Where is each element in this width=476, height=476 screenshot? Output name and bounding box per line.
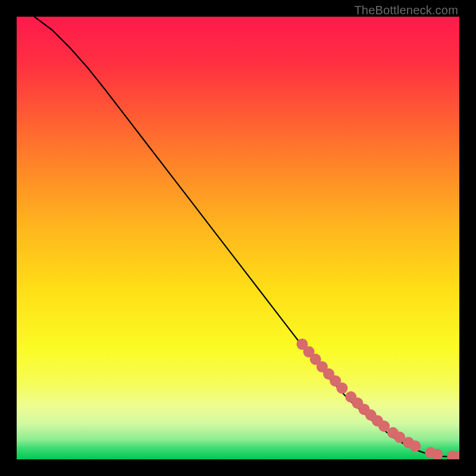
watermark-text: TheBottleneck.com — [354, 4, 458, 17]
data-point — [336, 383, 347, 394]
data-point — [409, 440, 421, 452]
chart-frame — [17, 17, 459, 459]
chart-background — [17, 17, 459, 459]
chart-canvas — [17, 17, 459, 459]
